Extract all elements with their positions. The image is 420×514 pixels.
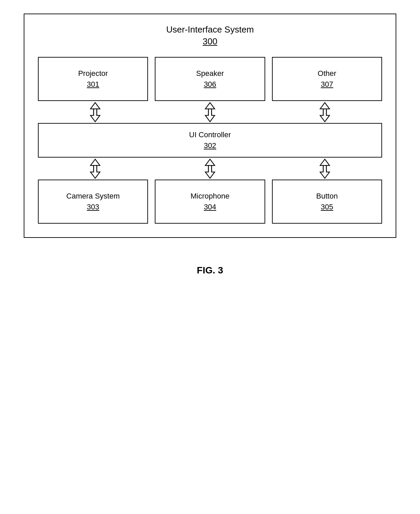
projector-title: Projector [78,69,108,78]
other-title: Other [318,69,336,78]
figure-caption: FIG. 3 [197,265,223,276]
svg-marker-9 [205,165,215,178]
controller-title: UI Controller [44,130,376,139]
speaker-title: Speaker [196,69,224,78]
top-arrow-3-wrapper [267,102,382,122]
bottom-arrow-1-icon [87,159,104,179]
bottom-components-row: Camera System 303 Microphone 304 Button … [38,180,382,224]
speaker-box: Speaker 306 [155,57,265,101]
system-number: 300 [38,36,382,47]
button-number: 305 [321,203,333,211]
microphone-title: Microphone [191,192,230,201]
top-arrow-1-wrapper [38,102,153,122]
system-title: User-Interface System [38,24,382,35]
top-arrow-1-icon [87,102,104,122]
button-title: Button [316,192,338,201]
svg-marker-5 [320,109,330,122]
top-arrow-3-icon [316,102,333,122]
svg-marker-3 [205,109,215,122]
microphone-box: Microphone 304 [155,180,265,224]
controller-box: UI Controller 302 [38,123,382,158]
microphone-number: 304 [204,203,216,211]
top-arrows-section [38,101,382,123]
outer-system-box: User-Interface System 300 Projector 301 … [24,14,396,238]
svg-marker-7 [90,165,100,178]
projector-box: Projector 301 [38,57,148,101]
bottom-arrow-3-icon [316,159,333,179]
svg-marker-11 [320,165,330,178]
bottom-arrows-section [38,158,382,180]
svg-marker-1 [90,109,100,122]
speaker-number: 306 [204,80,216,89]
button-box: Button 305 [272,180,382,224]
projector-number: 301 [87,80,99,89]
top-arrow-2-icon [202,102,218,122]
other-box: Other 307 [272,57,382,101]
bottom-arrow-2-wrapper [153,159,268,179]
bottom-arrow-3-wrapper [267,159,382,179]
bottom-arrow-2-icon [202,159,218,179]
bottom-arrow-1-wrapper [38,159,153,179]
top-arrow-2-wrapper [153,102,268,122]
camera-system-box: Camera System 303 [38,180,148,224]
top-components-row: Projector 301 Speaker 306 Other 307 [38,57,382,101]
controller-number: 302 [44,141,376,150]
camera-number: 303 [87,203,99,211]
camera-title: Camera System [66,192,120,201]
diagram-container: User-Interface System 300 Projector 301 … [24,14,396,238]
other-number: 307 [321,80,333,89]
